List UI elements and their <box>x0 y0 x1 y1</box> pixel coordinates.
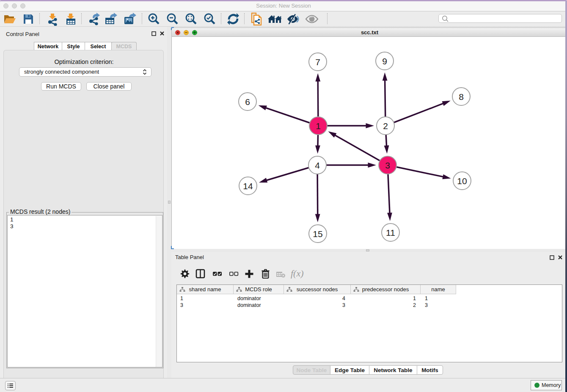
svg-text:1: 1 <box>316 121 321 131</box>
svg-text:14: 14 <box>243 181 253 191</box>
svg-text:3: 3 <box>385 160 390 170</box>
svg-text:6: 6 <box>245 97 250 107</box>
svg-text:9: 9 <box>382 56 387 66</box>
svg-text:2: 2 <box>383 121 388 131</box>
svg-text:15: 15 <box>313 229 322 239</box>
svg-text:10: 10 <box>457 176 467 186</box>
svg-text:7: 7 <box>315 57 320 67</box>
svg-text:11: 11 <box>386 228 395 237</box>
svg-text:8: 8 <box>459 92 464 102</box>
svg-text:4: 4 <box>315 160 320 170</box>
